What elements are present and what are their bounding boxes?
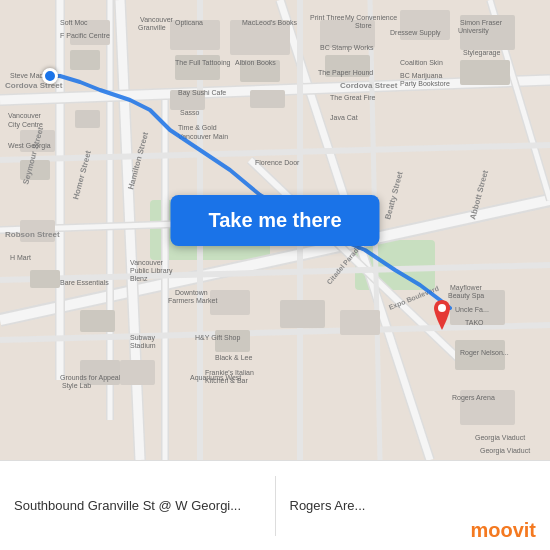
origin-marker (42, 68, 58, 84)
svg-text:F Pacific Centre: F Pacific Centre (60, 32, 110, 39)
svg-text:Time & Gold: Time & Gold (178, 124, 217, 131)
svg-text:Vancouver: Vancouver (8, 112, 42, 119)
svg-text:Vancouver: Vancouver (130, 259, 164, 266)
svg-rect-50 (340, 310, 380, 335)
svg-text:Bare Essentials: Bare Essentials (60, 279, 109, 286)
svg-text:Sasso: Sasso (180, 109, 200, 116)
svg-text:MacLeod's Books: MacLeod's Books (242, 19, 298, 26)
svg-point-122 (438, 304, 446, 312)
svg-rect-41 (250, 90, 285, 108)
route-to-label: Rogers Are... (290, 498, 537, 513)
svg-text:Store: Store (355, 22, 372, 29)
svg-text:Print Three: Print Three (310, 14, 345, 21)
svg-text:BC Stamp Works: BC Stamp Works (320, 44, 374, 52)
map-view: Seymour Street Homer Street Hamilton Str… (0, 0, 550, 460)
svg-text:Blenz: Blenz (130, 275, 148, 282)
svg-text:Beauty Spa: Beauty Spa (448, 292, 484, 300)
svg-rect-49 (280, 300, 325, 328)
moovit-text: moovit (470, 519, 536, 542)
svg-text:The Paper Hound: The Paper Hound (318, 69, 373, 77)
svg-text:West Georgia: West Georgia (8, 142, 51, 150)
svg-text:Bay Sushi Cafe: Bay Sushi Cafe (178, 89, 226, 97)
svg-text:Grounds for Appeal: Grounds for Appeal (60, 374, 121, 382)
svg-text:Stylegarage: Stylegarage (463, 49, 500, 57)
svg-text:Florence Door: Florence Door (255, 159, 300, 166)
svg-text:TAKO: TAKO (465, 319, 484, 326)
svg-rect-54 (80, 310, 115, 332)
svg-rect-56 (120, 360, 155, 385)
svg-text:Black & Lee: Black & Lee (215, 354, 252, 361)
svg-text:Java Cat: Java Cat (330, 114, 358, 121)
svg-text:The Full Tattooing: The Full Tattooing (175, 59, 231, 67)
route-from-label: Southbound Granville St @ W Georgi... (14, 498, 261, 513)
svg-text:Frankie's Italian: Frankie's Italian (205, 369, 254, 376)
svg-text:BC Marijuana: BC Marijuana (400, 72, 443, 80)
svg-text:The Great Fire: The Great Fire (330, 94, 376, 101)
svg-text:City Centre: City Centre (8, 121, 43, 129)
svg-text:Farmers Market: Farmers Market (168, 297, 217, 304)
svg-text:Roger Nelson...: Roger Nelson... (460, 349, 509, 357)
svg-text:H&Y Gift Shop: H&Y Gift Shop (195, 334, 241, 342)
svg-text:H Mart: H Mart (10, 254, 31, 261)
bottom-bar: Southbound Granville St @ W Georgi... Ro… (0, 460, 550, 550)
svg-text:Style Lab: Style Lab (62, 382, 91, 390)
svg-text:Georgia Viaduct: Georgia Viaduct (480, 447, 530, 455)
svg-text:Public Library: Public Library (130, 267, 173, 275)
svg-text:Simon Fraser: Simon Fraser (460, 19, 503, 26)
svg-text:University: University (458, 27, 489, 35)
take-me-there-button[interactable]: Take me there (170, 195, 379, 246)
svg-rect-35 (30, 270, 60, 288)
destination-marker (430, 300, 454, 330)
route-from-section: Southbound Granville St @ W Georgi... (0, 488, 275, 523)
svg-text:My Convenience: My Convenience (345, 14, 397, 22)
svg-text:Granville: Granville (138, 24, 166, 31)
svg-text:Rogers Arena: Rogers Arena (452, 394, 495, 402)
svg-text:Coalition Skin: Coalition Skin (400, 59, 443, 66)
svg-text:Subway: Subway (130, 334, 155, 342)
svg-text:Party Bookstore: Party Bookstore (400, 80, 450, 88)
svg-text:Kitchen & Bar: Kitchen & Bar (205, 377, 248, 384)
svg-text:Albion Books: Albion Books (235, 59, 276, 66)
svg-text:Robson Street: Robson Street (5, 230, 60, 239)
svg-text:Cordova Street: Cordova Street (340, 81, 398, 90)
svg-text:Stadium: Stadium (130, 342, 156, 349)
svg-text:Soft Moc: Soft Moc (60, 19, 88, 26)
moovit-logo: moovit (470, 519, 536, 542)
svg-rect-30 (70, 50, 100, 70)
svg-text:Opticana: Opticana (175, 19, 203, 27)
svg-text:Dressew Supply: Dressew Supply (390, 29, 441, 37)
svg-text:Uncle Fa...: Uncle Fa... (455, 306, 489, 313)
svg-text:Georgia Viaduct: Georgia Viaduct (475, 434, 525, 442)
svg-text:Vancouver: Vancouver (140, 16, 174, 23)
svg-rect-46 (460, 60, 510, 85)
svg-text:Mayflower: Mayflower (450, 284, 483, 292)
svg-rect-31 (75, 110, 100, 128)
route-to-section: Rogers Are... (276, 488, 551, 523)
svg-text:Downtown: Downtown (175, 289, 208, 296)
